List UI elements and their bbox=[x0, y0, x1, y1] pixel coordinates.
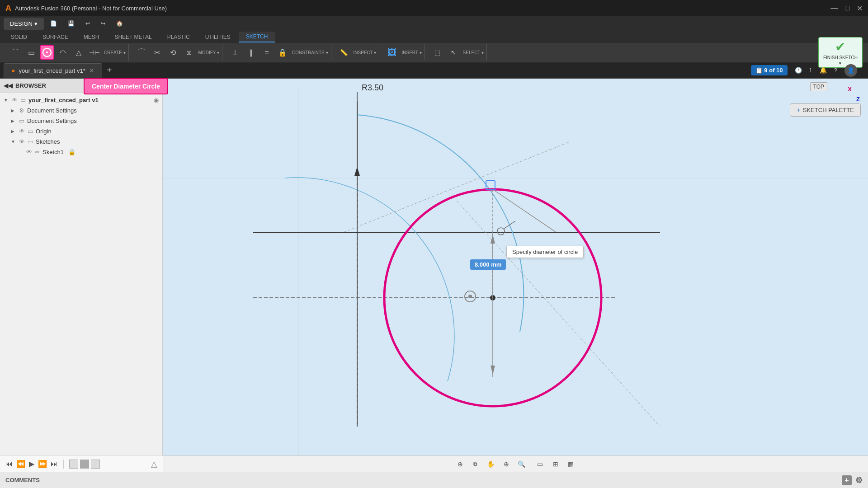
quickaccess-new[interactable]: 📄 bbox=[46, 19, 61, 28]
pb-frame-3[interactable] bbox=[91, 460, 100, 469]
canvas-area[interactable]: R3.50 TOP Specify diameter of circle 8.0… bbox=[163, 79, 868, 472]
tab-solid[interactable]: SOLID bbox=[4, 32, 34, 42]
parallel-btn[interactable]: ∥ bbox=[244, 45, 258, 60]
maximize-btn[interactable]: □ bbox=[845, 4, 849, 13]
fix-btn[interactable]: 🔒 bbox=[275, 45, 290, 60]
origin-label: Origin bbox=[36, 128, 52, 135]
pb-frame-2[interactable] bbox=[80, 460, 89, 469]
docsettings-icon: ⚙ bbox=[19, 107, 24, 114]
bt-hand-btn[interactable]: ✋ bbox=[485, 458, 497, 470]
trim-btn[interactable]: ✂ bbox=[150, 45, 165, 60]
browser-item-root[interactable]: ▼ 👁 ▭ your_first_cnced_part v1 ◉ bbox=[0, 95, 162, 105]
browser-item-docsettings[interactable]: ▶ ⚙ Document Settings bbox=[0, 105, 162, 116]
pb-back-btn[interactable]: ⏪ bbox=[16, 460, 25, 468]
browser-panel: ◀◀ BROWSER ▼ 👁 ▭ your_first_cnced_part v… bbox=[0, 79, 163, 472]
titlebar: A Autodesk Fusion 360 (Personal - Not fo… bbox=[0, 0, 868, 16]
origin-eye-icon[interactable]: 👁 bbox=[19, 128, 25, 135]
browser-item-sketches[interactable]: ▼ 👁 ▭ Sketches bbox=[0, 136, 162, 147]
browser-item-sketch1[interactable]: 👁 ✏ Sketch1 🔒 bbox=[0, 147, 162, 157]
sketches-eye-icon[interactable]: 👁 bbox=[19, 138, 25, 145]
offset-btn[interactable]: ⟲ bbox=[166, 45, 180, 60]
pb-start-btn[interactable]: ⏮ bbox=[5, 460, 13, 468]
quickaccess-redo[interactable]: ↪ bbox=[96, 19, 110, 28]
design-button[interactable]: DESIGN ▾ bbox=[4, 18, 44, 30]
close-btn[interactable]: ✕ bbox=[857, 4, 863, 13]
insert-image-btn[interactable]: 🖼 bbox=[385, 45, 399, 60]
bt-display-btn[interactable]: ▦ bbox=[565, 458, 577, 470]
docsettings-arrow: ▶ bbox=[11, 108, 16, 113]
select-arrow-btn[interactable]: ↖ bbox=[446, 45, 461, 60]
line-tool-btn[interactable]: ⌒ bbox=[8, 45, 23, 60]
tab-surface[interactable]: SURFACE bbox=[35, 32, 75, 42]
bt-pan-btn[interactable]: ⧉ bbox=[469, 458, 482, 470]
polygon-tool-btn[interactable]: △ bbox=[71, 45, 86, 60]
finish-sketch-button[interactable]: ✔ FINISH SKETCH ▾ bbox=[818, 37, 863, 68]
pb-slider[interactable]: △ bbox=[151, 459, 157, 469]
arc-tool-btn[interactable]: ◠ bbox=[56, 45, 70, 60]
sketch1-eye-icon[interactable]: 👁 bbox=[26, 149, 32, 155]
minimize-btn[interactable]: — bbox=[830, 4, 838, 13]
browser-content: ▼ 👁 ▭ your_first_cnced_part v1 ◉ ▶ ⚙ Doc… bbox=[0, 93, 162, 472]
settings-gear-icon[interactable]: ⚙ bbox=[855, 475, 863, 485]
finish-sketch-area: ✔ FINISH SKETCH ▾ bbox=[818, 37, 863, 68]
bell-icon[interactable]: 🔔 bbox=[820, 67, 827, 74]
dimension-input[interactable]: 8.000 mm bbox=[470, 259, 506, 270]
equal-btn[interactable]: = bbox=[259, 45, 274, 60]
fillet-btn[interactable]: ⌒ bbox=[134, 45, 149, 60]
select-btn[interactable]: ⬚ bbox=[430, 45, 445, 60]
axis-z-label: Z bbox=[856, 96, 860, 103]
toolbar-buttons: ⌒ ▭ ◠ △ ⊣⊢ CREATE ▾ ⌒ ✂ ⟲ ⧖ MODIFY ▾ ⊥ ∥… bbox=[0, 43, 868, 62]
new-tab-button[interactable]: + bbox=[102, 65, 117, 75]
tab-plastic[interactable]: PLASTIC bbox=[160, 32, 197, 42]
quickaccess-save[interactable]: 💾 bbox=[63, 19, 79, 28]
browser-item-origin[interactable]: ▶ 👁 ▭ Origin bbox=[0, 126, 162, 136]
axis-x-label: X bbox=[848, 86, 852, 93]
browser-collapse-icon[interactable]: ◀◀ bbox=[4, 82, 13, 89]
canvas-svg bbox=[163, 79, 868, 472]
bt-grid-btn[interactable]: ⊞ bbox=[549, 458, 562, 470]
bt-search-btn[interactable]: 🔍 bbox=[515, 458, 528, 470]
circle-tool-btn[interactable] bbox=[40, 45, 54, 60]
design-arrow: ▾ bbox=[34, 20, 38, 27]
svg-rect-2 bbox=[163, 88, 868, 463]
pb-play-btn[interactable]: ▶ bbox=[29, 460, 34, 468]
constraints-label: CONSTRAINTS ▾ bbox=[292, 50, 328, 55]
help-icon[interactable]: ? bbox=[834, 67, 837, 74]
namedviews-arrow: ▶ bbox=[11, 118, 16, 123]
mirror-btn[interactable]: ⧖ bbox=[182, 45, 196, 60]
file-tab[interactable]: ● your_first_cnced_part v1* ✕ bbox=[4, 63, 102, 78]
pb-fwd-btn[interactable]: ⏩ bbox=[38, 460, 47, 468]
clock-count: 1 bbox=[809, 67, 812, 74]
pb-frame-1[interactable] bbox=[69, 460, 78, 469]
namedviews-label: Document Settings bbox=[27, 117, 77, 124]
root-target-icon[interactable]: ◉ bbox=[154, 97, 159, 103]
progress-text: 9 of 10 bbox=[764, 67, 783, 74]
bt-rect-select-btn[interactable]: ▭ bbox=[534, 458, 547, 470]
tab-mesh[interactable]: MESH bbox=[76, 32, 107, 42]
file-tab-close[interactable]: ✕ bbox=[89, 67, 94, 74]
bt-orbit-btn[interactable]: ⊕ bbox=[454, 458, 467, 470]
progress-icon: 📋 bbox=[755, 67, 763, 74]
sketch-palette[interactable]: + SKETCH PALETTE bbox=[790, 103, 861, 117]
slot-tool-btn[interactable]: ⊣⊢ bbox=[87, 45, 102, 60]
tab-sheet-metal[interactable]: SHEET METAL bbox=[107, 32, 159, 42]
comments-add-icon[interactable]: + bbox=[842, 475, 852, 485]
sketches-label: Sketches bbox=[36, 138, 60, 145]
tab-sketch[interactable]: SKETCH bbox=[239, 32, 275, 42]
bt-zoom-btn[interactable]: ⊕ bbox=[500, 458, 513, 470]
user-avatar[interactable]: 👤 bbox=[844, 64, 857, 77]
coincident-btn[interactable]: ⊥ bbox=[228, 45, 242, 60]
tab-utilities[interactable]: UTILITIES bbox=[198, 32, 238, 42]
pb-end-btn[interactable]: ⏭ bbox=[51, 460, 58, 468]
root-eye-icon[interactable]: 👁 bbox=[12, 97, 18, 103]
rect-tool-btn[interactable]: ▭ bbox=[24, 45, 38, 60]
sketches-arrow: ▼ bbox=[11, 139, 16, 144]
quickaccess-home[interactable]: 🏠 bbox=[112, 19, 127, 28]
root-folder-icon: ▭ bbox=[20, 97, 26, 103]
comments-bar: COMMENTS + ⚙ bbox=[0, 472, 868, 488]
measure-btn[interactable]: 📏 bbox=[337, 45, 351, 60]
quickaccess-undo[interactable]: ↩ bbox=[81, 19, 94, 28]
tab-progress-area: 📋 9 of 10 🕐 1 🔔 ? 👤 bbox=[751, 64, 864, 77]
browser-item-namedviews[interactable]: ▶ ▭ Document Settings bbox=[0, 116, 162, 126]
toolbar-insert-group: 🖼 INSERT ▾ bbox=[382, 44, 425, 61]
